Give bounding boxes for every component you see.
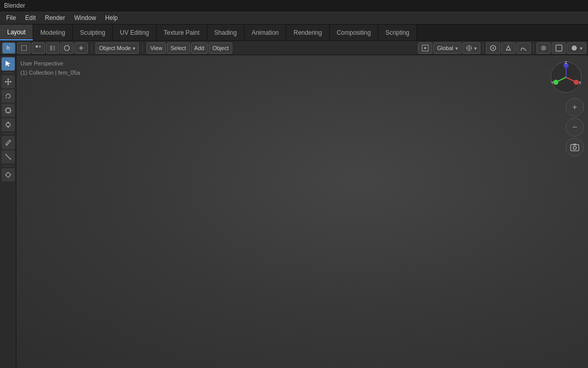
title-bar: Blender xyxy=(0,0,588,11)
select-box-btn[interactable] xyxy=(17,42,31,54)
nav-buttons: + − xyxy=(566,98,584,156)
shading-dropdown[interactable] xyxy=(567,42,586,54)
measure-btn[interactable] xyxy=(2,150,15,164)
separator-3 xyxy=(483,43,483,53)
svg-rect-1 xyxy=(21,45,27,51)
svg-point-61 xyxy=(553,80,558,85)
snap-btn[interactable] xyxy=(486,42,500,54)
menu-edit[interactable]: Edit xyxy=(21,13,40,22)
svg-marker-22 xyxy=(5,81,6,83)
separator-1 xyxy=(91,43,92,53)
main-area: User Perspective (1) Collection | fem_05… xyxy=(0,55,588,368)
tab-compositing[interactable]: Compositing xyxy=(330,25,379,40)
select-menu-btn[interactable]: Select xyxy=(167,42,190,54)
tab-uv-editing[interactable]: UV Editing xyxy=(113,25,157,40)
svg-line-34 xyxy=(6,154,11,159)
menu-group: View Select Add Object xyxy=(146,42,232,54)
menu-render[interactable]: Render xyxy=(41,13,69,22)
select-extra-btn[interactable] xyxy=(75,42,88,54)
svg-marker-24 xyxy=(6,97,7,98)
svg-rect-63 xyxy=(571,145,579,151)
left-toolbar xyxy=(0,55,16,368)
svg-point-13 xyxy=(493,47,494,49)
scale-tool-btn[interactable] xyxy=(2,104,15,117)
tab-modeling[interactable]: Modeling xyxy=(33,25,73,40)
svg-rect-65 xyxy=(573,144,576,145)
tab-animation[interactable]: Animation xyxy=(244,25,286,40)
menu-window[interactable]: Window xyxy=(70,13,100,22)
viewport-info: User Perspective (1) Collection | fem_05… xyxy=(20,59,80,77)
menu-help[interactable]: Help xyxy=(101,13,122,22)
annotate-btn[interactable] xyxy=(2,136,15,149)
object-menu-btn[interactable]: Object xyxy=(209,42,232,54)
perspective-label: User Perspective xyxy=(20,59,80,68)
svg-rect-5 xyxy=(53,45,55,51)
shading-chevron xyxy=(580,45,582,51)
select-mode-btn[interactable] xyxy=(60,42,74,54)
viewport-gizmos: Z X Y + − xyxy=(548,59,584,156)
svg-marker-23 xyxy=(10,81,12,83)
proportional-btn[interactable] xyxy=(517,42,531,54)
xray-btn[interactable] xyxy=(552,42,566,54)
orientation-gizmo[interactable]: Z X Y xyxy=(548,59,584,95)
add-menu-btn[interactable]: Add xyxy=(191,42,208,54)
svg-point-16 xyxy=(572,45,577,51)
menu-bar: File Edit Render Window Help xyxy=(0,11,588,25)
viewport-options-group: Global xyxy=(418,42,586,54)
left-sep-2 xyxy=(3,133,13,134)
svg-rect-25 xyxy=(6,108,10,112)
snap-type-btn[interactable] xyxy=(501,42,516,54)
tab-scripting[interactable]: Scripting xyxy=(378,25,417,40)
zoom-out-btn[interactable]: − xyxy=(566,118,584,136)
left-sep-3 xyxy=(3,166,13,166)
svg-text:Y: Y xyxy=(551,81,554,84)
svg-marker-17 xyxy=(6,61,11,66)
select-mode-group xyxy=(17,42,88,54)
viewport[interactable]: User Perspective (1) Collection | fem_05… xyxy=(16,55,588,368)
workspace-tabs: Layout Modeling Sculpting UV Editing Tex… xyxy=(0,25,588,41)
collection-label: (1) Collection | fem_05a xyxy=(20,68,80,78)
svg-rect-3 xyxy=(39,45,41,48)
svg-point-37 xyxy=(6,173,10,177)
svg-marker-20 xyxy=(7,78,9,80)
svg-text:Z: Z xyxy=(565,61,568,64)
tab-sculpting[interactable]: Sculpting xyxy=(73,25,113,40)
svg-point-6 xyxy=(64,45,69,51)
tab-rendering[interactable]: Rendering xyxy=(286,25,329,40)
separator-2 xyxy=(142,43,143,53)
global-chevron xyxy=(455,45,458,51)
header-toolbar: Object Mode View Select Add Object Globa… xyxy=(0,41,588,55)
select-lasso-btn[interactable] xyxy=(46,42,59,54)
tab-shading[interactable]: Shading xyxy=(207,25,244,40)
app-title: Blender xyxy=(4,2,25,9)
left-sep-1 xyxy=(3,73,13,73)
viewport-icon-btn[interactable] xyxy=(418,42,432,54)
mode-group xyxy=(2,42,15,54)
svg-point-58 xyxy=(574,80,579,85)
svg-text:X: X xyxy=(579,81,581,84)
object-mode-chevron xyxy=(133,45,135,51)
transform-tool-btn[interactable] xyxy=(2,118,15,131)
global-dropdown[interactable]: Global xyxy=(433,42,461,54)
object-mode-dropdown[interactable]: Object Mode xyxy=(95,42,139,54)
transform-dropdown[interactable] xyxy=(462,42,480,54)
camera-btn[interactable] xyxy=(566,138,584,156)
svg-rect-4 xyxy=(50,45,52,51)
select-circle-btn[interactable] xyxy=(32,42,45,54)
cursor-tool-btn[interactable] xyxy=(2,168,15,181)
move-tool-btn[interactable] xyxy=(2,75,15,88)
cursor-select-btn[interactable] xyxy=(2,57,15,71)
transform-chevron xyxy=(474,45,477,51)
zoom-in-btn[interactable]: + xyxy=(566,98,584,117)
overlay-btn[interactable] xyxy=(536,42,551,54)
svg-point-8 xyxy=(424,47,426,49)
svg-marker-21 xyxy=(7,84,9,85)
svg-rect-2 xyxy=(36,45,38,48)
rotate-tool-btn[interactable] xyxy=(2,89,15,103)
select-tool-btn[interactable] xyxy=(2,42,15,54)
menu-file[interactable]: File xyxy=(2,13,20,22)
view-menu-btn[interactable]: View xyxy=(146,42,166,54)
tab-texture-paint[interactable]: Texture Paint xyxy=(157,25,207,40)
svg-point-64 xyxy=(573,146,576,149)
tab-layout[interactable]: Layout xyxy=(0,25,33,40)
